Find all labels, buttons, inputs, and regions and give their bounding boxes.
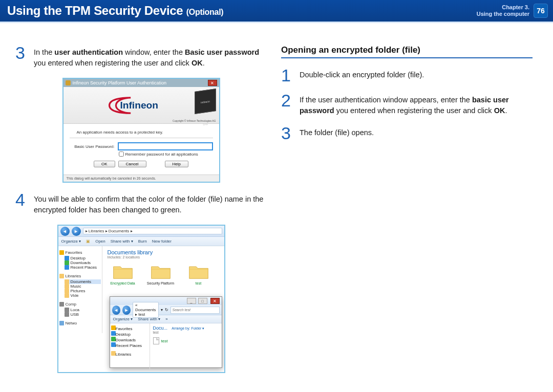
folder-item[interactable]: test (183, 263, 214, 285)
folder-icon (65, 284, 69, 289)
folder-label: Encrypted Data (110, 281, 135, 285)
step-2: 2 If the user authentication window appe… (281, 93, 533, 116)
tree-network[interactable]: Netwo (66, 321, 77, 325)
explorer-tree: Favorites Desktop Downloads Recent Place… (58, 246, 102, 333)
copyright-text: Copyright © Infineon Technologies AG (173, 119, 216, 122)
downloads-icon (111, 337, 116, 341)
more-button[interactable]: » (165, 317, 167, 321)
tree-desktop[interactable]: Desktop (71, 256, 86, 260)
step-text: If the user authentication window appear… (300, 93, 533, 116)
library-subtitle: test (153, 331, 219, 334)
desktop-icon (111, 331, 116, 336)
tree-downloads[interactable]: Downloads (116, 338, 136, 342)
tree-music[interactable]: Music (71, 284, 81, 289)
drive-icon (65, 308, 69, 312)
title-main: Using the TPM Security Device (7, 4, 183, 17)
share-button[interactable]: Share with ▾ (111, 239, 133, 244)
step-text: The folder (file) opens. (300, 125, 374, 141)
star-icon (111, 325, 116, 330)
tree-documents[interactable]: Documents (71, 279, 91, 284)
ok-button[interactable]: OK (94, 161, 115, 167)
tree-favorites[interactable]: Favorites (66, 250, 82, 255)
tree-desktop[interactable]: Desktop (116, 332, 131, 337)
tree-libraries[interactable]: Libraries (66, 274, 81, 278)
desktop-icon (65, 256, 69, 260)
tree-usb[interactable]: USB (71, 312, 79, 317)
search-input[interactable] (171, 307, 220, 314)
password-input[interactable] (118, 142, 213, 150)
dialog-title: Infineon Security Platform User Authenti… (73, 80, 167, 85)
recent-icon (111, 342, 116, 347)
tree-local[interactable]: Loca (71, 308, 79, 312)
chapter-box: Chapter 3. Using the computer (477, 4, 529, 17)
back-icon[interactable]: ◄ (112, 306, 120, 315)
step-number: 3 (281, 125, 294, 141)
tree-computer[interactable]: Comp (66, 302, 76, 307)
step-text: You will be able to confirm that the col… (34, 192, 267, 215)
section-heading: Opening an encrypted folder (file) (281, 45, 533, 58)
folder-icon (65, 289, 69, 293)
step-text: In the user authentication window, enter… (34, 45, 267, 69)
page-title: Using the TPM Security Device (Optional) (7, 4, 223, 18)
page-number-badge: 76 (534, 4, 548, 18)
dialog-titlebar: Infineon Security Platform User Authenti… (63, 79, 219, 87)
explorer-addressbar: ◄ ► ▸ Libraries ▸ Documents ▸ (58, 226, 224, 237)
tree-videos[interactable]: Vide (71, 293, 79, 298)
file-item[interactable]: test (153, 337, 219, 344)
folder-label: Security Platform (147, 281, 174, 285)
step-text: Double-click an encrypted folder (file). (300, 68, 424, 83)
auth-dialog-screenshot: Infineon Security Platform User Authenti… (62, 78, 220, 183)
chapter-line1: Chapter 3. (477, 4, 529, 11)
folder-item[interactable]: Encrypted Data (108, 263, 138, 285)
minimize-icon[interactable]: _ (187, 298, 196, 304)
burn-button[interactable]: Burn (138, 239, 147, 244)
close-icon[interactable]: ✕ (210, 298, 220, 304)
nested-window: _ □ ✕ ◄ ► « Documents ▸ test ▾ ↻ Organiz… (110, 296, 222, 368)
explorer-screenshot: ◄ ► ▸ Libraries ▸ Documents ▸ Organize ▾… (57, 225, 225, 373)
tree-libraries[interactable]: Libraries (116, 352, 132, 357)
maximize-icon[interactable]: □ (198, 298, 207, 304)
star-icon (59, 250, 64, 255)
forward-icon[interactable]: ► (122, 306, 131, 315)
close-icon[interactable]: ✕ (208, 80, 217, 86)
breadcrumb[interactable]: « Documents ▸ test (133, 302, 158, 318)
network-icon (59, 321, 64, 325)
breadcrumb[interactable]: ▸ Libraries ▸ Documents ▸ (83, 228, 222, 234)
computer-icon (59, 302, 64, 307)
step-number: 3 (15, 45, 29, 69)
arrange-by[interactable]: Arrange by: Folder ▾ (172, 326, 204, 330)
file-label: test (161, 339, 168, 343)
drive-icon (65, 312, 69, 317)
folder-icon (65, 279, 69, 284)
newfolder-button[interactable]: New folder (152, 239, 172, 244)
open-button[interactable]: Open (95, 239, 105, 244)
dialog-banner: Infineon Infineon TPM Copyright © Infine… (63, 87, 219, 124)
organize-button[interactable]: Organize ▾ (61, 239, 81, 244)
file-icon (153, 337, 159, 344)
left-column: 3 In the user authentication window, ent… (15, 45, 267, 382)
remember-checkbox[interactable] (119, 151, 124, 157)
tree-downloads[interactable]: Downloads (71, 260, 91, 265)
organize-button[interactable]: Organize ▾ (113, 317, 133, 321)
libraries-icon (111, 351, 116, 356)
step-1: 1 Double-click an encrypted folder (file… (281, 68, 533, 83)
remember-label: Remember password for all applications (125, 152, 198, 157)
library-subtitle: Includes: 2 locations (108, 255, 219, 259)
back-icon[interactable]: ◄ (60, 227, 70, 236)
tree-favorites[interactable]: Favorites (116, 326, 133, 331)
folder-item[interactable]: Security Platform (145, 263, 176, 285)
tree-pictures[interactable]: Pictures (71, 289, 86, 293)
nested-titlebar: _ □ ✕ (110, 297, 222, 305)
page-header: Using the TPM Security Device (Optional)… (0, 0, 553, 21)
forward-icon[interactable]: ► (72, 227, 81, 236)
help-button[interactable]: Help (165, 161, 188, 167)
share-button[interactable]: Share with ▾ (138, 317, 160, 321)
folder-icon (65, 293, 69, 298)
tree-recent[interactable]: Recent Places (71, 265, 97, 270)
tree-recent[interactable]: Recent Places (116, 343, 142, 348)
right-column: Opening an encrypted folder (file) 1 Dou… (281, 45, 533, 382)
explorer-toolbar: Organize ▾ ▣ Open Share with ▾ Burn New … (58, 237, 224, 246)
step-3: 3 In the user authentication window, ent… (15, 45, 267, 69)
cancel-button[interactable]: Cancel (118, 161, 146, 167)
header-right: Chapter 3. Using the computer 76 (477, 4, 548, 18)
